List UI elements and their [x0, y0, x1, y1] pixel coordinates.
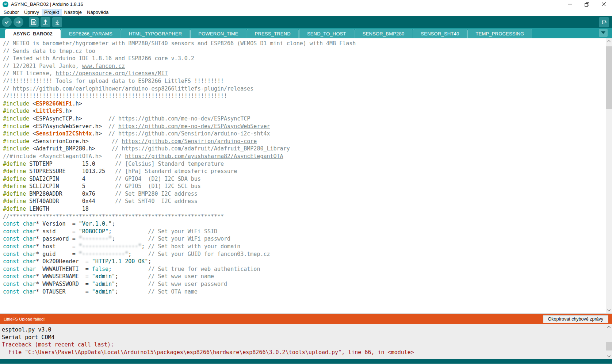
- menu-item-soubor[interactable]: Soubor: [1, 9, 22, 16]
- toolbar: [0, 16, 612, 28]
- console-scrollbar-thumb[interactable]: [606, 342, 612, 350]
- error-message: LittleFS Upload failed!: [4, 317, 45, 321]
- scroll-up-icon[interactable]: [606, 38, 612, 45]
- menu-item-nápověda[interactable]: Nápověda: [84, 9, 111, 16]
- code-line: // Tested with Arduino IDE 1.8.16 and ES…: [3, 55, 605, 62]
- code-line: //**************************************…: [3, 213, 605, 221]
- tab-press_trend[interactable]: PRESS_TREND: [247, 29, 299, 38]
- open-sketch-button[interactable]: [41, 17, 50, 27]
- window-title: ASYNC_BARO02 | Arduino 1.8.16: [11, 1, 83, 7]
- code-line: const char* guid = "·············"; // S…: [3, 250, 605, 258]
- error-bar: LittleFS Upload failed! Okopírovat chybo…: [0, 313, 612, 324]
- code-line: const char* host = "·················"; …: [3, 243, 605, 250]
- code-line: #define LENGTH 18: [3, 205, 605, 213]
- code-text: // METEO is barometer/hygrometer with BM…: [0, 38, 612, 295]
- restore-icon[interactable]: [578, 0, 595, 8]
- status-bar: [0, 359, 612, 364]
- window-controls: [562, 0, 612, 8]
- scroll-down-icon[interactable]: [606, 307, 612, 313]
- tab-list-dropdown-icon[interactable]: [599, 29, 608, 37]
- code-line: const char* OTAUSER = "admin"; // Set OT…: [3, 288, 605, 296]
- code-editor[interactable]: // METEO is barometer/hygrometer with BM…: [0, 38, 612, 313]
- tab-bar: ASYNC_BARO02ESP8266_PARAMSHTML_TYPOGRAPH…: [0, 28, 612, 38]
- new-sketch-button[interactable]: [29, 17, 39, 27]
- code-line: #include <ESPAsyncTCP.h> // https://gith…: [3, 115, 605, 123]
- tab-sensor_bmp280[interactable]: SENSOR_BMP280: [355, 29, 413, 38]
- code-line: #include <Adafruit_BMP280.h> // https://…: [3, 145, 605, 153]
- serial-monitor-button[interactable]: [599, 17, 609, 27]
- title-bar: ∞ ASYNC_BARO02 | Arduino 1.8.16: [0, 0, 612, 8]
- close-icon[interactable]: [595, 0, 612, 8]
- code-line: #define SDAI2CPIN 4 // GPIO4 (D2) I2C SD…: [3, 175, 605, 183]
- console-scroll-up-icon[interactable]: [606, 324, 612, 330]
- console-line: esptool.py v3.0: [2, 326, 605, 334]
- save-sketch-button[interactable]: [52, 17, 62, 27]
- code-line: // MIT license, http://opensource.org/li…: [3, 70, 605, 77]
- console-line: Traceback (most recent call last):: [2, 341, 605, 349]
- tab-poweron_time[interactable]: POWERON_TIME: [190, 29, 246, 38]
- code-line: //!!!!!!!!!!!!! Tools for upload data to…: [3, 77, 605, 85]
- arduino-app-icon: ∞: [3, 1, 8, 7]
- menu-item-nástroje[interactable]: Nástroje: [62, 9, 84, 16]
- code-line: const char* Version = "Ver.1.0.";: [3, 220, 605, 228]
- code-line: #include <SensirionI2CSht4x.h> // https:…: [3, 130, 605, 138]
- tab-esp8266_params[interactable]: ESP8266_PARAMS: [61, 29, 121, 38]
- code-line: //!!!!!!!!!!!!!!!!!!!!!!!!!!!!!!!!!!!!!!…: [3, 92, 605, 100]
- editor-scrollbar[interactable]: [606, 38, 612, 313]
- menu-item-projekt[interactable]: Projekt: [42, 9, 61, 16]
- console-output[interactable]: esptool.py v3.0Serial port COM4Traceback…: [0, 324, 612, 359]
- code-line: const char* WWWPASSWORD = "admin"; // Se…: [3, 280, 605, 288]
- console-line: Serial port COM4: [2, 334, 605, 341]
- code-line: #define SHT40ADDR 0x44 // Set SHT40 I2C …: [3, 198, 605, 205]
- tab-async_baro02[interactable]: ASYNC_BARO02: [5, 29, 61, 38]
- copy-error-button[interactable]: Okopírovat chybové zprávy: [543, 315, 608, 323]
- code-line: const char* ssid = "ROBOCOP"; // Set you…: [3, 228, 605, 235]
- code-line: const char* WWWUSERNAME = "admin"; // Se…: [3, 273, 605, 280]
- console-text: esptool.py v3.0Serial port COM4Traceback…: [0, 324, 612, 356]
- tab-sensor_sht40[interactable]: SENSOR_SHT40: [413, 29, 467, 38]
- code-line: // Sends data to tmep.cz too: [3, 47, 605, 55]
- console-scrollbar[interactable]: [606, 324, 612, 359]
- code-line: // 12/2021 Pavel Janko, www.fancon.cz: [3, 62, 605, 70]
- code-line: #include <ESPAsyncWebServer.h> // https:…: [3, 123, 605, 130]
- code-line: // https://github.com/earlephilhower/ard…: [3, 85, 605, 93]
- code-line: #define SCLI2CPIN 5 // GPIO5 (D1) I2C SC…: [3, 183, 605, 190]
- code-line: #define STDTEMP 15.0 // [Celsius] Standa…: [3, 160, 605, 168]
- code-line: #include <ESP8266WiFi.h>: [3, 100, 605, 108]
- code-line: const char* Ok200Header = "HTTP/1.1 200 …: [3, 258, 605, 265]
- tab-html_typographer[interactable]: HTML_TYPOGRAPHER: [121, 29, 190, 38]
- code-line: const char* password = "········"; // Se…: [3, 235, 605, 243]
- menu-item-úpravy[interactable]: Úpravy: [22, 9, 42, 16]
- verify-button[interactable]: [2, 17, 12, 27]
- menu-bar: SouborÚpravyProjektNástrojeNápověda: [0, 8, 612, 16]
- upload-button[interactable]: [14, 17, 23, 27]
- code-line: #define STDPRESSURE 1013.25 // [hPa] Sta…: [3, 168, 605, 175]
- editor-scrollbar-thumb[interactable]: [606, 46, 612, 109]
- code-line: // METEO is barometer/hygrometer with BM…: [3, 40, 605, 47]
- minimize-icon[interactable]: [562, 0, 578, 8]
- console-scroll-down-icon[interactable]: [606, 353, 612, 359]
- console-line: File "C:\Users\Pavel\AppData\Local\Ardui…: [2, 349, 605, 356]
- code-line: const char WWWAUTHENTI = false; // Set t…: [3, 265, 605, 273]
- tab-send_to_host[interactable]: SEND_TO_HOST: [299, 29, 354, 38]
- tab-temp_processing[interactable]: TEMP_PROCESSING: [467, 29, 532, 38]
- code-line: #define BMP280ADDR 0x76 // Set BMP280 I2…: [3, 190, 605, 198]
- code-line: //#include <AsyncElegantOTA.h> // https:…: [3, 153, 605, 160]
- code-line: #include <SensirionCore.h> // https://gi…: [3, 138, 605, 145]
- code-line: #include <LittleFS.h>: [3, 107, 605, 115]
